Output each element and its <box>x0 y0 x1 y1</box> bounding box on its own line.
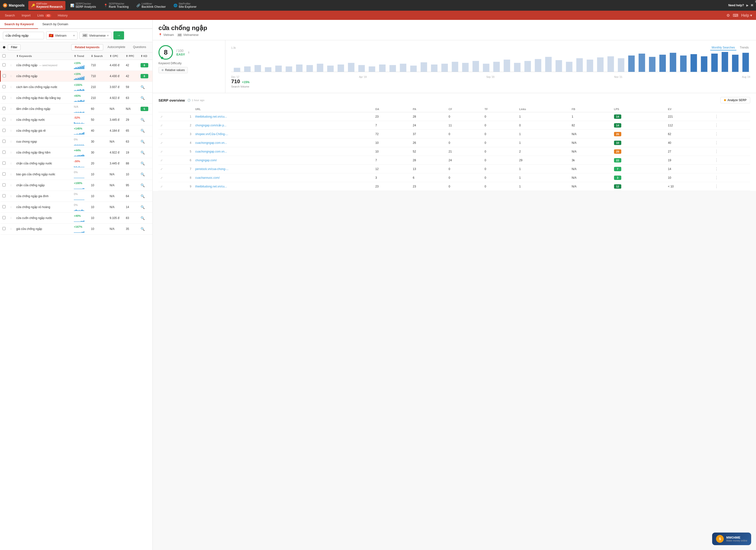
search-go-button[interactable]: → <box>113 31 124 40</box>
serp-url-cell[interactable]: thietbitudong.net.vn/cu... <box>193 112 373 121</box>
star-icon[interactable]: ☆ <box>10 227 12 230</box>
star-icon[interactable]: ☆ <box>10 194 12 198</box>
serp-url-cell[interactable]: thietbitudong.net.vn/cu... <box>193 182 373 191</box>
star-icon[interactable]: ☆ <box>10 96 12 100</box>
serp-url-cell[interactable]: cuachongngap.com.vn... <box>193 138 373 147</box>
row-checkbox[interactable] <box>2 118 6 121</box>
nav-tool-linkminer[interactable]: 🔗 LinkMiner Backlink Checker <box>134 1 169 10</box>
row-checkbox[interactable] <box>2 172 6 175</box>
serp-dots-menu[interactable]: ⋮ <box>713 138 750 147</box>
star-icon[interactable]: ☆ <box>10 63 12 67</box>
star-icon[interactable]: ☆ <box>10 205 12 209</box>
serp-url[interactable]: cuachongngap.com.vn... <box>195 141 227 144</box>
star-icon[interactable]: ☆ <box>10 74 12 78</box>
serp-dots-menu[interactable]: ⋮ <box>713 156 750 165</box>
row-checkbox[interactable] <box>2 216 6 219</box>
nav-tool-siteprofiler[interactable]: 🌐 SiteProfiler Site Explorer <box>171 1 199 10</box>
serp-url-cell[interactable]: cuachannuoc.com/ <box>193 173 373 182</box>
nav-tool-serpwatcher[interactable]: 📍 SERPWatcher Rank Tracking <box>101 1 132 10</box>
serp-url[interactable]: cuachongngap.com.vn... <box>195 150 227 153</box>
serp-url-cell[interactable]: chongngap.com/ <box>193 156 373 165</box>
dots-menu-icon[interactable]: ⋮ <box>715 141 718 145</box>
serp-dots-menu[interactable]: ⋮ <box>713 147 750 156</box>
kd-search-icon[interactable]: 🔍 <box>141 140 145 143</box>
star-icon[interactable]: ☆ <box>10 129 12 132</box>
star-icon[interactable]: ☆ <box>10 216 12 220</box>
tab-trends[interactable]: Trends <box>738 45 750 50</box>
select-all-checkbox[interactable] <box>2 54 6 57</box>
serp-dots-menu[interactable]: ⋮ <box>713 112 750 121</box>
tab-search-by-domain[interactable]: Search by Domain <box>38 20 73 29</box>
row-checkbox[interactable] <box>2 107 6 110</box>
star-icon[interactable]: ☆ <box>10 162 12 165</box>
keyword-search-input[interactable] <box>3 32 44 39</box>
serp-url[interactable]: thietbitudong.net.vn/cu... <box>195 185 227 188</box>
kd-search-icon[interactable]: 🔍 <box>141 194 145 198</box>
serp-dots-menu[interactable]: ⋮ <box>713 182 750 191</box>
serp-url[interactable]: chongngap.com/ <box>195 159 217 162</box>
kd-search-icon[interactable]: 🔍 <box>141 151 145 154</box>
dots-menu-icon[interactable]: ⋮ <box>715 149 718 153</box>
dots-menu-icon[interactable]: ⋮ <box>715 158 718 162</box>
subnav-history[interactable]: History <box>57 14 69 17</box>
star-icon[interactable]: ☆ <box>10 140 12 143</box>
serp-url[interactable]: shopee.vn/Cửa-Chống-... <box>195 132 228 136</box>
tab-monthly-searches[interactable]: Monthly Searches <box>710 45 736 50</box>
kd-search-icon[interactable]: 🔍 <box>141 227 145 231</box>
relative-values-button[interactable]: Relative values <box>158 67 188 73</box>
tab-autocomplete[interactable]: Autocomplete <box>104 44 129 50</box>
nav-tool-serpchecker[interactable]: 📊 SERPChecker SERP Analysis <box>67 1 99 10</box>
dots-menu-icon[interactable]: ⋮ <box>715 184 718 188</box>
row-checkbox[interactable] <box>2 205 6 208</box>
country-selector[interactable]: 🇻🇳 Vietnam ▾ <box>46 32 78 40</box>
kd-search-icon[interactable]: 🔍 <box>141 85 145 89</box>
row-checkbox[interactable] <box>2 161 6 165</box>
filter-button[interactable]: Filter <box>8 44 21 50</box>
keyboard-icon[interactable]: ⌨ <box>733 13 738 18</box>
analyze-serp-button[interactable]: Analyze SERP <box>720 97 750 103</box>
kd-search-icon[interactable]: 🔍 <box>141 205 145 209</box>
serp-url[interactable]: cuachannuoc.com/ <box>195 176 220 179</box>
row-checkbox[interactable] <box>2 194 6 197</box>
serp-url[interactable]: chongngap.com/sản p... <box>195 124 226 127</box>
row-checkbox[interactable] <box>2 85 6 88</box>
star-icon[interactable]: ☆ <box>10 173 12 176</box>
row-checkbox[interactable] <box>2 96 6 99</box>
row-checkbox[interactable] <box>3 74 6 77</box>
kd-search-icon[interactable]: 🔍 <box>141 216 145 220</box>
dots-menu-icon[interactable]: ⋮ <box>715 132 718 136</box>
kd-search-icon[interactable]: 🔍 <box>141 161 145 165</box>
row-checkbox[interactable] <box>2 129 6 132</box>
serp-dots-menu[interactable]: ⋮ <box>713 130 750 138</box>
subnav-import[interactable]: Import <box>21 14 31 17</box>
star-icon[interactable]: ☆ <box>10 151 12 154</box>
dots-menu-icon[interactable]: ⋮ <box>715 123 718 127</box>
kd-search-icon[interactable]: 🔍 <box>141 172 145 176</box>
subnav-lists[interactable]: Lists 43 <box>36 14 52 17</box>
tab-related-keywords[interactable]: Related keywords <box>71 44 103 50</box>
tab-questions[interactable]: Questions <box>130 44 150 50</box>
row-checkbox[interactable] <box>2 227 6 230</box>
row-checkbox[interactable] <box>2 151 6 154</box>
row-checkbox[interactable] <box>2 183 6 186</box>
dots-menu-icon[interactable]: ⋮ <box>715 167 718 171</box>
difficulty-info-icon[interactable]: ℹ <box>188 51 189 54</box>
row-checkbox[interactable] <box>2 63 6 66</box>
col-search[interactable]: ⬇ Search <box>89 53 108 60</box>
brand-logo[interactable]: M Mangools <box>3 3 24 8</box>
help-icon[interactable]: Help ▾ <box>741 13 752 18</box>
kd-search-icon[interactable]: 🔍 <box>141 96 145 100</box>
kd-search-icon[interactable]: 🔍 <box>141 183 145 187</box>
star-icon[interactable]: ☆ <box>10 118 12 121</box>
star-icon[interactable]: ☆ <box>10 107 12 111</box>
dots-menu-icon[interactable]: ⋮ <box>715 114 718 119</box>
star-icon[interactable]: ☆ <box>10 85 12 89</box>
row-checkbox[interactable] <box>2 140 6 143</box>
serp-url[interactable]: penstock.vn/cua-chong-... <box>195 167 228 171</box>
star-icon[interactable]: ☆ <box>10 183 12 187</box>
serp-url-cell[interactable]: shopee.vn/Cửa-Chống-... <box>193 130 373 138</box>
serp-dots-menu[interactable]: ⋮ <box>713 173 750 182</box>
kd-search-icon[interactable]: 🔍 <box>141 129 145 133</box>
serp-dots-menu[interactable]: ⋮ <box>713 165 750 173</box>
tab-search-by-keyword[interactable]: Search by Keyword <box>0 20 38 29</box>
